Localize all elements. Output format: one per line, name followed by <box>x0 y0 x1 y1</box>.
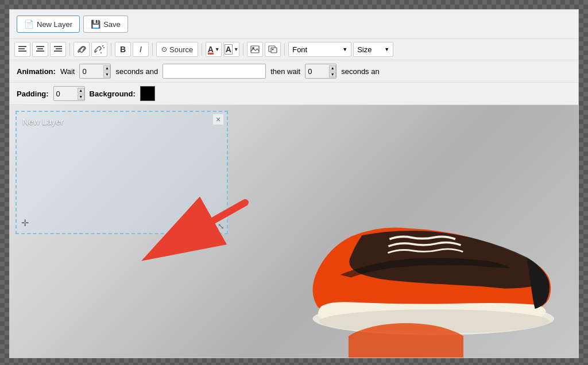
align-right-button[interactable] <box>50 42 66 57</box>
padding-toolbar: Padding: 0 ▲ ▼ Background: <box>10 83 578 105</box>
then-wait-up-arrow[interactable]: ▲ <box>329 65 336 71</box>
align-left-button[interactable] <box>14 42 30 57</box>
bg-color-button[interactable]: A ▼ <box>223 42 239 57</box>
wait-arrows: ▲ ▼ <box>103 65 110 77</box>
svg-line-9 <box>102 45 103 46</box>
wait-down-arrow[interactable]: ▼ <box>103 72 110 77</box>
svg-point-19 <box>349 323 463 358</box>
bg-color-dropdown: ▼ <box>234 46 239 52</box>
svg-rect-5 <box>36 51 44 52</box>
align-right-icon <box>54 46 62 53</box>
svg-point-16 <box>272 49 274 51</box>
then-wait-input[interactable]: 0 <box>308 67 328 76</box>
separator-1 <box>69 43 70 56</box>
svg-rect-4 <box>37 48 43 49</box>
bold-button[interactable]: B <box>115 42 131 57</box>
align-center-icon <box>36 46 44 53</box>
seconds-and-label: seconds and <box>115 67 158 76</box>
image-2-icon <box>268 45 277 53</box>
separator-2 <box>111 43 111 56</box>
align-center-button[interactable] <box>32 42 48 57</box>
animation-text-input[interactable] <box>163 64 266 79</box>
new-layer-box-title: New Layer <box>22 117 64 126</box>
new-layer-button[interactable]: 📄 New Layer <box>17 15 80 33</box>
outer-background: 📄 New Layer 💾 Save <box>0 0 588 365</box>
background-label: Background: <box>90 90 136 98</box>
svg-rect-6 <box>54 46 62 47</box>
new-layer-move-handle[interactable]: ✛ <box>21 218 29 228</box>
then-wait-down-arrow[interactable]: ▼ <box>329 72 336 77</box>
font-color-underline <box>208 53 214 55</box>
padding-up-arrow[interactable]: ▲ <box>78 88 84 94</box>
padding-down-arrow[interactable]: ▼ <box>78 94 84 100</box>
svg-rect-3 <box>36 46 44 47</box>
svg-rect-0 <box>18 46 26 47</box>
animation-label: Animation: <box>17 67 56 76</box>
new-layer-icon: 📄 <box>24 20 34 29</box>
padding-label: Padding: <box>17 90 49 98</box>
align-left-icon <box>18 46 26 53</box>
svg-rect-1 <box>18 48 25 49</box>
font-dropdown-arrow: ▼ <box>342 46 347 52</box>
separator-3 <box>152 43 153 56</box>
then-wait-arrows: ▲ ▼ <box>329 65 336 77</box>
shoe-illustration <box>216 105 578 346</box>
padding-arrows: ▲ ▼ <box>78 88 84 100</box>
source-button[interactable]: ⊙ Source <box>156 42 198 57</box>
separator-5 <box>243 43 243 56</box>
font-label: Font <box>292 45 307 54</box>
insert-link-button[interactable] <box>74 42 90 57</box>
wait-up-arrow[interactable]: ▲ <box>103 65 110 71</box>
save-button[interactable]: 💾 Save <box>83 15 128 33</box>
font-color-dropdown: ▼ <box>215 46 220 52</box>
new-layer-close-button[interactable]: × <box>213 114 223 125</box>
wait-input[interactable]: 0 <box>82 67 102 76</box>
background-color-swatch[interactable] <box>140 86 155 101</box>
then-wait-label: then wait <box>270 67 300 76</box>
unlink-icon <box>94 45 105 53</box>
svg-rect-2 <box>18 51 26 52</box>
animation-toolbar: Animation: Wait 0 ▲ ▼ seconds and then w… <box>10 60 578 83</box>
padding-input[interactable]: 0 <box>56 90 76 98</box>
remove-link-button[interactable] <box>91 42 107 57</box>
font-color-icon: A <box>208 45 214 54</box>
svg-rect-7 <box>56 48 62 49</box>
save-label: Save <box>103 20 121 29</box>
source-icon: ⊙ <box>161 45 167 53</box>
bg-color-icon: A <box>225 44 233 55</box>
canvas-area: New Layer × ✛ ⤡ <box>10 105 578 358</box>
save-icon: 💾 <box>91 20 100 29</box>
source-label: Source <box>169 45 193 54</box>
size-selector[interactable]: Size ▼ <box>353 42 393 57</box>
size-dropdown-arrow: ▼ <box>384 46 389 52</box>
link-icon <box>77 45 86 53</box>
new-layer-resize-handle[interactable]: ⤡ <box>218 222 225 231</box>
insert-image-2-button[interactable] <box>265 42 281 57</box>
italic-icon: I <box>140 45 142 54</box>
wait-spinner[interactable]: 0 ▲ ▼ <box>79 64 111 79</box>
then-wait-spinner[interactable]: 0 ▲ ▼ <box>305 64 336 79</box>
separator-6 <box>284 43 285 56</box>
bottom-shape <box>349 312 463 358</box>
padding-spinner[interactable]: 0 ▲ ▼ <box>53 86 85 101</box>
new-layer-label: New Layer <box>37 20 72 29</box>
font-selector[interactable]: Font ▼ <box>288 42 351 57</box>
format-toolbar: B I ⊙ Source A ▼ A <box>10 39 578 60</box>
font-color-button[interactable]: A ▼ <box>206 42 222 57</box>
seconds-an-label: seconds an <box>341 67 380 76</box>
size-label: Size <box>357 45 372 54</box>
bold-icon: B <box>120 45 126 54</box>
wait-label: Wait <box>60 67 75 76</box>
italic-button[interactable]: I <box>133 42 149 57</box>
new-layer-box[interactable]: New Layer × ✛ ⤡ <box>16 111 228 234</box>
image-icon <box>250 45 260 53</box>
separator-4 <box>202 43 202 56</box>
svg-rect-15 <box>271 48 277 53</box>
main-panel: 📄 New Layer 💾 Save <box>9 9 579 358</box>
insert-image-button[interactable] <box>247 42 263 57</box>
svg-rect-8 <box>54 51 62 52</box>
top-toolbar: 📄 New Layer 💾 Save <box>10 10 578 39</box>
